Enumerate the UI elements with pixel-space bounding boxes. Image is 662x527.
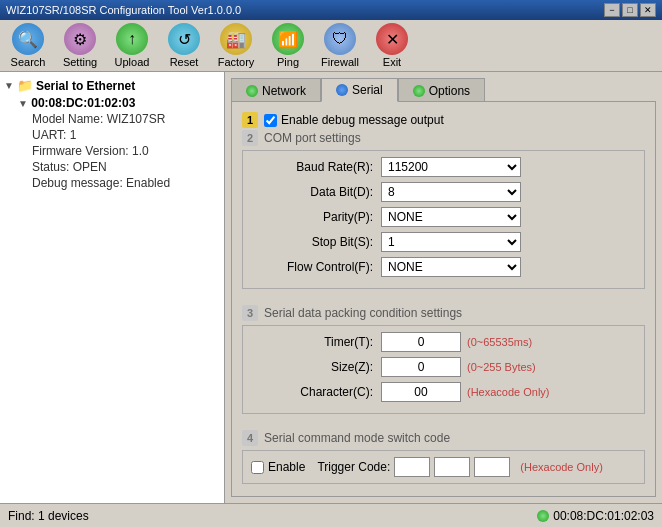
enable-debug-checkbox[interactable] bbox=[264, 114, 277, 127]
factory-label: Factory bbox=[218, 56, 255, 68]
factory-button[interactable]: 🏭 Factory bbox=[212, 21, 260, 70]
item-1-text: UART: 1 bbox=[32, 128, 76, 142]
trigger-hint: (Hexacode Only) bbox=[520, 461, 603, 473]
timer-input[interactable] bbox=[381, 332, 461, 352]
list-item: Model Name: WIZ107SR bbox=[4, 111, 220, 127]
reset-button[interactable]: ↺ Reset bbox=[160, 21, 208, 70]
root-label: Serial to Ethernet bbox=[36, 79, 135, 93]
mac-address-text: 00:08:DC:01:02:03 bbox=[553, 509, 654, 523]
upload-icon: ↑ bbox=[116, 23, 148, 55]
upload-button[interactable]: ↑ Upload bbox=[108, 21, 156, 70]
trigger-code-row: Enable Trigger Code: (Hexacode Only) bbox=[251, 457, 636, 477]
device-mac: 00:08:DC:01:02:03 bbox=[31, 96, 135, 110]
tab-serial[interactable]: Serial bbox=[321, 78, 398, 102]
baud-rate-row: Baud Rate(R): 115200 57600 38400 19200 9… bbox=[251, 157, 636, 177]
char-hint: (Hexacode Only) bbox=[467, 386, 550, 398]
device-tree: ▼ 📁 Serial to Ethernet ▼ 00:08:DC:01:02:… bbox=[0, 72, 225, 503]
data-bit-select[interactable]: 8 7 6 5 bbox=[381, 182, 521, 202]
ping-icon: 📶 bbox=[272, 23, 304, 55]
tree-root-item[interactable]: ▼ 📁 Serial to Ethernet bbox=[4, 76, 220, 95]
parity-select[interactable]: NONE ODD EVEN bbox=[381, 207, 521, 227]
size-label: Size(Z): bbox=[251, 360, 381, 374]
minimize-button[interactable]: − bbox=[604, 3, 620, 17]
baud-rate-label: Baud Rate(R): bbox=[251, 160, 381, 174]
statusbar-right: 00:08:DC:01:02:03 bbox=[537, 509, 654, 523]
item-2-text: Firmware Version: 1.0 bbox=[32, 144, 149, 158]
tab-bar: Network Serial Options bbox=[231, 78, 656, 102]
flow-control-row: Flow Control(F): NONE XON/XOFF RTS/CTS bbox=[251, 257, 636, 277]
trigger-code-label: Trigger Code: bbox=[317, 460, 390, 474]
search-label: Search bbox=[11, 56, 46, 68]
enable-debug-row: Enable debug message output bbox=[264, 113, 444, 127]
serial-form: 1 Enable debug message output 2 COM port… bbox=[242, 112, 645, 484]
section3-number: 3 bbox=[242, 305, 258, 321]
window-controls: − □ ✕ bbox=[604, 3, 656, 17]
item-4-text: Debug message: Enabled bbox=[32, 176, 170, 190]
close-button[interactable]: ✕ bbox=[640, 3, 656, 17]
tab-serial-indicator bbox=[336, 84, 348, 96]
trigger-input-2[interactable] bbox=[434, 457, 470, 477]
firewall-icon: 🛡 bbox=[324, 23, 356, 55]
timer-row: Timer(T): (0~65535ms) bbox=[251, 332, 636, 352]
search-icon: 🔍 bbox=[12, 23, 44, 55]
section4-group: 4 Serial command mode switch code Enable… bbox=[242, 430, 645, 484]
data-bit-row: Data Bit(D): 8 7 6 5 bbox=[251, 182, 636, 202]
statusbar-left: Find: 1 devices bbox=[8, 509, 89, 523]
tab-network[interactable]: Network bbox=[231, 78, 321, 102]
exit-icon: ✕ bbox=[376, 23, 408, 55]
size-hint: (0~255 Bytes) bbox=[467, 361, 536, 373]
parity-row: Parity(P): NONE ODD EVEN bbox=[251, 207, 636, 227]
main-area: ▼ 📁 Serial to Ethernet ▼ 00:08:DC:01:02:… bbox=[0, 72, 662, 503]
list-item: UART: 1 bbox=[4, 127, 220, 143]
factory-icon: 🏭 bbox=[220, 23, 252, 55]
setting-button[interactable]: ⚙ Setting bbox=[56, 21, 104, 70]
setting-label: Setting bbox=[63, 56, 97, 68]
flow-control-select[interactable]: NONE XON/XOFF RTS/CTS bbox=[381, 257, 521, 277]
tab-options-indicator bbox=[413, 85, 425, 97]
folder-icon: 📁 bbox=[17, 78, 33, 93]
switch-title: Serial command mode switch code bbox=[264, 431, 450, 445]
com-port-title: COM port settings bbox=[264, 131, 361, 145]
switch-settings-box: Enable Trigger Code: (Hexacode Only) bbox=[242, 450, 645, 484]
item-3-text: Status: OPEN bbox=[32, 160, 107, 174]
section1-row: 1 Enable debug message output bbox=[242, 112, 645, 128]
char-input[interactable] bbox=[381, 382, 461, 402]
timer-label: Timer(T): bbox=[251, 335, 381, 349]
maximize-button[interactable]: □ bbox=[622, 3, 638, 17]
upload-label: Upload bbox=[115, 56, 150, 68]
enable-debug-label: Enable debug message output bbox=[281, 113, 444, 127]
statusbar: Find: 1 devices 00:08:DC:01:02:03 bbox=[0, 503, 662, 527]
packing-title: Serial data packing condition settings bbox=[264, 306, 462, 320]
tab-options-label: Options bbox=[429, 84, 470, 98]
com-port-settings-box: Baud Rate(R): 115200 57600 38400 19200 9… bbox=[242, 150, 645, 289]
stop-bit-label: Stop Bit(S): bbox=[251, 235, 381, 249]
flow-control-label: Flow Control(F): bbox=[251, 260, 381, 274]
trigger-input-3[interactable] bbox=[474, 457, 510, 477]
list-item: Status: OPEN bbox=[4, 159, 220, 175]
size-input[interactable] bbox=[381, 357, 461, 377]
stop-bit-row: Stop Bit(S): 1 2 bbox=[251, 232, 636, 252]
firewall-label: Firewall bbox=[321, 56, 359, 68]
toolbar: 🔍 Search ⚙ Setting ↑ Upload ↺ Reset 🏭 Fa… bbox=[0, 20, 662, 72]
size-row: Size(Z): (0~255 Bytes) bbox=[251, 357, 636, 377]
search-button[interactable]: 🔍 Search bbox=[4, 21, 52, 70]
tab-options[interactable]: Options bbox=[398, 78, 485, 102]
tab-network-label: Network bbox=[262, 84, 306, 98]
stop-bit-select[interactable]: 1 2 bbox=[381, 232, 521, 252]
baud-rate-select[interactable]: 115200 57600 38400 19200 9600 bbox=[381, 157, 521, 177]
device-node[interactable]: ▼ 00:08:DC:01:02:03 bbox=[4, 95, 220, 111]
ping-button[interactable]: 📶 Ping bbox=[264, 21, 312, 70]
reset-label: Reset bbox=[170, 56, 199, 68]
section3-group: 3 Serial data packing condition settings… bbox=[242, 305, 645, 422]
enable-switch-checkbox[interactable] bbox=[251, 461, 264, 474]
firewall-button[interactable]: 🛡 Firewall bbox=[316, 21, 364, 70]
data-bit-label: Data Bit(D): bbox=[251, 185, 381, 199]
tab-serial-label: Serial bbox=[352, 83, 383, 97]
item-0-text: Model Name: WIZ107SR bbox=[32, 112, 165, 126]
enable-switch-label: Enable bbox=[268, 460, 305, 474]
exit-button[interactable]: ✕ Exit bbox=[368, 21, 416, 70]
titlebar: WIZ107SR/108SR Configuration Tool Ver1.0… bbox=[0, 0, 662, 20]
section2-group: 2 COM port settings Baud Rate(R): 115200… bbox=[242, 130, 645, 297]
exit-label: Exit bbox=[383, 56, 401, 68]
trigger-input-1[interactable] bbox=[394, 457, 430, 477]
